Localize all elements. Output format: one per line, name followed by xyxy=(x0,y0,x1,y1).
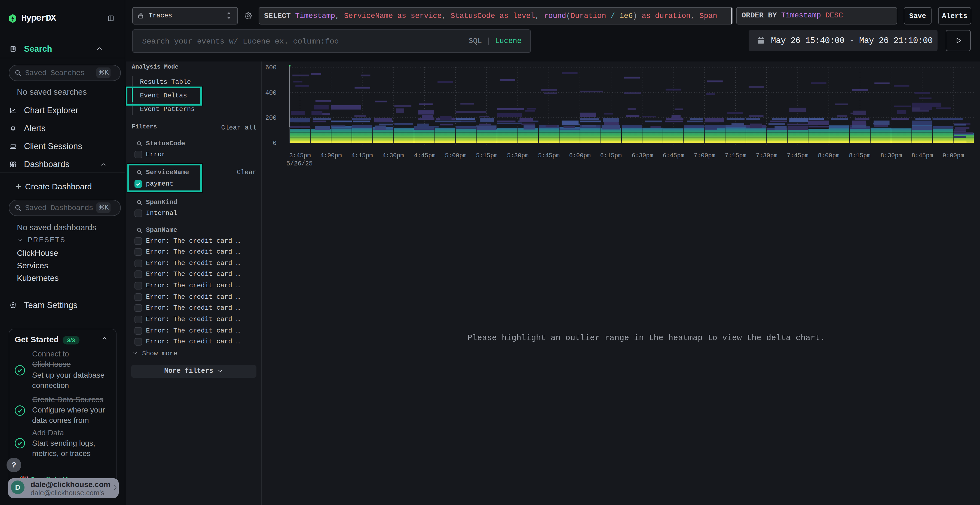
svg-text:8:45pm: 8:45pm xyxy=(912,152,933,159)
svg-text:7:15pm: 7:15pm xyxy=(725,152,746,159)
svg-text:400: 400 xyxy=(266,89,277,97)
svg-text:8:30pm: 8:30pm xyxy=(880,152,902,159)
svg-text:6:15pm: 6:15pm xyxy=(600,152,622,159)
svg-text:600: 600 xyxy=(266,64,277,71)
svg-text:7:45pm: 7:45pm xyxy=(787,152,808,159)
svg-text:5:00pm: 5:00pm xyxy=(445,152,466,159)
svg-text:5:30pm: 5:30pm xyxy=(507,152,528,159)
svg-text:4:45pm: 4:45pm xyxy=(414,152,435,159)
svg-text:5:45pm: 5:45pm xyxy=(538,152,559,159)
svg-text:200: 200 xyxy=(266,114,277,122)
svg-text:9:00pm: 9:00pm xyxy=(942,152,964,159)
svg-text:6:45pm: 6:45pm xyxy=(663,152,684,159)
svg-text:4:00pm: 4:00pm xyxy=(320,152,342,159)
svg-text:8:00pm: 8:00pm xyxy=(818,152,839,159)
svg-text:6:00pm: 6:00pm xyxy=(569,152,590,159)
svg-text:6:30pm: 6:30pm xyxy=(632,152,653,159)
svg-text:5/26/25: 5/26/25 xyxy=(286,160,313,167)
svg-text:4:30pm: 4:30pm xyxy=(382,152,404,159)
svg-text:8:15pm: 8:15pm xyxy=(849,152,870,159)
svg-text:4:15pm: 4:15pm xyxy=(351,152,373,159)
svg-text:0: 0 xyxy=(273,140,277,147)
svg-text:7:00pm: 7:00pm xyxy=(694,152,715,159)
svg-text:3:45pm: 3:45pm xyxy=(289,152,310,159)
svg-text:7:30pm: 7:30pm xyxy=(756,152,777,159)
svg-text:5:15pm: 5:15pm xyxy=(476,152,497,159)
